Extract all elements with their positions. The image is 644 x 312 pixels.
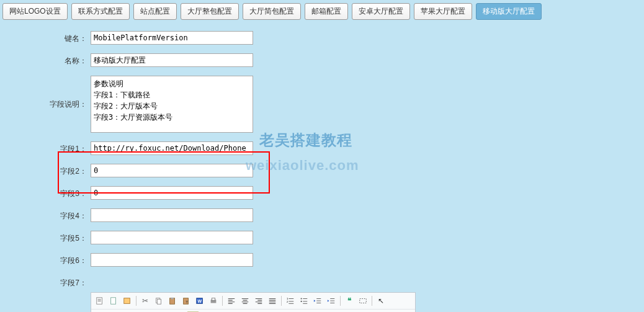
newdoc-icon[interactable]: [107, 295, 120, 307]
align-left-icon[interactable]: [225, 295, 238, 307]
label-field7: 字段7：: [30, 275, 91, 288]
svg-text:2: 2: [287, 300, 288, 303]
cut-icon[interactable]: ✂: [139, 295, 151, 307]
svg-rect-17: [360, 299, 367, 303]
copy-icon[interactable]: [153, 295, 165, 307]
align-right-icon[interactable]: [253, 295, 265, 307]
unordered-list-icon[interactable]: [298, 295, 310, 307]
input-field2[interactable]: [91, 164, 253, 177]
label-desc: 字段说明：: [30, 76, 91, 110]
tab-6[interactable]: 安卓大厅配置: [352, 3, 410, 20]
indent-icon[interactable]: [325, 295, 338, 307]
label-field4: 字段4：: [30, 208, 91, 221]
label-field2: 字段2：: [30, 164, 91, 177]
input-field1[interactable]: [91, 141, 253, 155]
tab-bar: 网站LOGO设置联系方式配置站点配置大厅整包配置大厅简包配置邮箱配置安卓大厅配置…: [0, 0, 644, 20]
print-icon[interactable]: [207, 295, 220, 307]
tab-4[interactable]: 大厅简包配置: [243, 3, 301, 20]
paste-icon[interactable]: [166, 295, 179, 307]
tab-7[interactable]: 苹果大厅配置: [414, 3, 472, 20]
input-key[interactable]: [91, 31, 253, 45]
rich-text-editor: ✂ T W 12 ❝ ↖ H1 ℱ TT ↶ ↷ Ab B I U A: [91, 292, 416, 312]
tab-0[interactable]: 网站LOGO设置: [2, 3, 68, 20]
tab-8[interactable]: 移动版大厅配置: [476, 3, 542, 20]
cursor-icon[interactable]: ↖: [375, 295, 387, 307]
div-icon[interactable]: [357, 295, 369, 307]
source-icon[interactable]: [94, 295, 106, 307]
tab-2[interactable]: 站点配置: [133, 3, 177, 20]
input-field6[interactable]: [91, 253, 253, 267]
label-field3: 字段3：: [30, 186, 91, 199]
paste-word-icon[interactable]: W: [194, 295, 206, 307]
label-key: 键名：: [30, 31, 91, 44]
svg-rect-0: [97, 298, 102, 305]
svg-point-16: [301, 301, 302, 302]
label-field5: 字段5：: [30, 231, 91, 244]
label-field6: 字段6：: [30, 253, 91, 266]
svg-rect-2: [124, 298, 130, 304]
svg-rect-12: [212, 298, 215, 301]
svg-text:T: T: [186, 300, 188, 304]
label-name: 名称：: [30, 53, 91, 66]
paste-text-icon[interactable]: T: [180, 295, 192, 307]
editor-toolbar-row1: ✂ T W 12 ❝ ↖: [91, 293, 415, 310]
tab-5[interactable]: 邮箱配置: [305, 3, 348, 20]
input-field5[interactable]: [91, 231, 253, 244]
config-form: 键名： 名称： 字段说明： 字段1： 字段2： 字段3： 字段4：: [30, 31, 644, 288]
editor-toolbar-row2: H1 ℱ TT ↶ ↷ Ab B I U A ☺ Ω ⚑: [91, 310, 415, 312]
input-field3[interactable]: [91, 186, 253, 200]
svg-rect-6: [171, 298, 173, 300]
tab-3[interactable]: 大厅整包配置: [181, 3, 239, 20]
textarea-desc[interactable]: [91, 76, 253, 133]
ordered-list-icon[interactable]: 12: [284, 295, 297, 307]
align-justify-icon[interactable]: [266, 295, 279, 307]
input-field4[interactable]: [91, 208, 253, 222]
svg-point-15: [301, 298, 302, 299]
input-name[interactable]: [91, 53, 253, 67]
label-field1: 字段1：: [30, 141, 91, 154]
separator: [281, 296, 282, 306]
blockquote-icon[interactable]: ❝: [343, 295, 356, 307]
separator: [340, 296, 341, 306]
template-icon[interactable]: [121, 295, 133, 307]
align-center-icon[interactable]: [239, 295, 251, 307]
svg-text:W: W: [198, 299, 202, 303]
svg-rect-4: [157, 299, 161, 304]
outdent-icon[interactable]: [311, 295, 324, 307]
svg-rect-1: [111, 298, 116, 305]
separator: [372, 296, 372, 306]
tab-1[interactable]: 联系方式配置: [71, 3, 130, 20]
separator: [222, 296, 223, 306]
separator: [136, 296, 136, 306]
